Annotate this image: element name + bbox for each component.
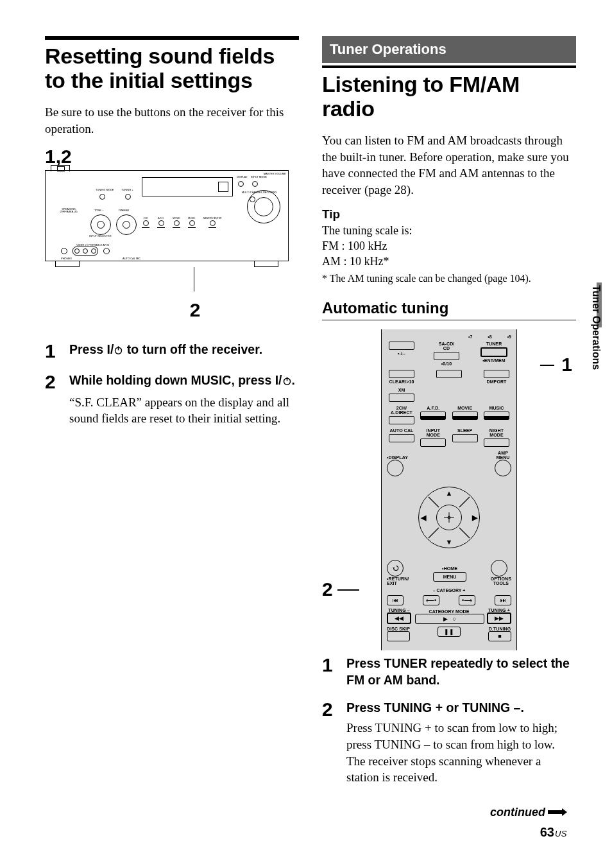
right-steps: 1 Press TUNER repeatedly to select the F…: [322, 655, 576, 786]
power-prefix: I/: [275, 373, 282, 387]
lbl-movie: MOVIE: [173, 217, 180, 220]
step-number: 2: [322, 700, 337, 786]
lbl-display-r: •DISPLAY: [387, 455, 408, 460]
remote-illustration: 1 2 •7 •8 •9 •-/-- SA-CD/ CD•0/10 TUNER•…: [322, 329, 576, 650]
btn-dmport: [484, 370, 509, 378]
remote-return-row: •RETURN/ EXIT •HOMEMENU OPTIONS TOOLS: [387, 560, 511, 586]
tip-footnote: * The AM tuning scale can be changed (pa…: [322, 272, 576, 286]
btn-blank: [389, 342, 414, 350]
btn-rew-dot: ⟵•: [423, 595, 439, 605]
btn-options-round: [491, 560, 507, 577]
btn-display-round: [387, 460, 404, 476]
lbl-sleep-r: SLEEP: [457, 428, 472, 433]
btn-next: ⏭: [495, 595, 511, 605]
svg-line-5: [459, 497, 470, 507]
power-icon: [282, 374, 292, 390]
btn-tuning-mode: [99, 194, 105, 200]
btn-menu: MENU: [433, 572, 466, 582]
lbl-tuner: TUNER: [486, 342, 502, 346]
lbl-display: DISPLAY: [237, 176, 248, 178]
btn-tuning-minus: ◀◀: [387, 612, 411, 624]
jack-phones: [61, 248, 67, 254]
jack-av-in: [72, 247, 98, 256]
side-tab: Tuner Operations: [585, 282, 602, 404]
master-volume-knob: [247, 190, 280, 223]
btn-2ch: [143, 220, 149, 226]
btn-inputmode-r: [420, 438, 446, 447]
step-lead-b: to turn off the receiver.: [123, 342, 262, 356]
right-step-1: 1 Press TUNER repeatedly to select the F…: [322, 655, 576, 688]
lbl-xm: XM: [398, 388, 405, 392]
remote-body: •7 •8 •9 •-/-- SA-CD/ CD•0/10 TUNER•ENT/…: [381, 329, 517, 650]
callout-line-2: [337, 589, 359, 591]
lbl-dash: •-/--: [398, 351, 405, 356]
lcd-indicator: [218, 182, 228, 192]
lbl-input-mode: INPUT MODE: [251, 176, 267, 178]
step-rest: “S.F. CLEAR” appears on the display and …: [69, 394, 299, 427]
knob-left-2: [116, 214, 137, 235]
btn-afd: [158, 220, 164, 226]
btn-sleep-r: [452, 434, 478, 442]
lbl-entmem: •ENT/MEM: [482, 358, 506, 363]
btn-music: [189, 220, 195, 226]
btn-tuner: [480, 347, 507, 357]
step-lead-a: Press: [69, 342, 107, 356]
page-number: 63US: [540, 825, 567, 840]
subheading: Automatic tuning: [322, 299, 576, 320]
lbl-clear: CLEAR/>10: [389, 379, 414, 384]
lbl-inputmode-r: INPUT MODE: [427, 428, 441, 437]
remote-top-row: •7 •8 •9: [387, 334, 511, 339]
btn-autocal-r: [389, 434, 414, 442]
return-icon: [391, 564, 400, 573]
tip-line-1: The tuning scale is:: [322, 223, 576, 238]
enter-icon: [444, 512, 454, 523]
btn-tuning-plus: ▶▶: [487, 612, 511, 624]
btn-blank2: [389, 370, 414, 378]
mode-button-row: 2CH A.F.D. MOVIE MUSIC MEMORY/ENTER: [142, 217, 222, 229]
btn-prev: ⏮: [387, 595, 404, 605]
lbl-input-selector: INPUT SELECTOR: [89, 235, 112, 238]
transport-row-1: ⏮ ⟵• •⟶ ⏭: [387, 595, 511, 605]
step-lead-a: While holding down MUSIC, press: [69, 373, 275, 387]
lbl-autocal: AUTO CAL MIC: [123, 257, 140, 260]
btn-movie: [174, 220, 180, 226]
receiver-callout-bottom: 2: [101, 299, 289, 321]
power-icon: [114, 343, 123, 359]
remote-row-input2: CLEAR/>10 DMPORT: [387, 370, 511, 384]
manual-page: Resetting sound fields to the initial se…: [0, 0, 612, 868]
step-number: 1: [322, 655, 337, 688]
dpad: ▲ ▼ ◀ ▶: [411, 479, 488, 556]
lbl-2ch: 2CH: [143, 217, 148, 220]
lbl-category: – CATEGORY +: [387, 588, 511, 593]
btn-blank3: [436, 370, 462, 378]
lbl-tuning-mode: TUNING MODE: [96, 189, 114, 191]
receiver-body: DISPLAY INPUT MODE MASTER VOLUME TUNING …: [45, 170, 289, 261]
step-number: 1: [45, 342, 60, 361]
lbl-dmport: DMPORT: [487, 379, 507, 384]
lbl-phones: PHONES: [61, 257, 72, 260]
lbl-home-r: •HOME: [433, 566, 466, 571]
lbl-afd-r: A.F.D.: [427, 406, 439, 410]
left-heading: Resetting sound fields to the initial se…: [45, 44, 299, 92]
lbl-disc-skip: DISC SKIP: [387, 627, 410, 631]
step-lead-b: .: [292, 373, 295, 387]
continued-text: continued: [490, 806, 545, 819]
lbl-2ch-adirect: 2CH/ A.DIRECT: [391, 406, 412, 415]
btn-stop: ■: [488, 631, 511, 641]
lbl-tone: TONE +: [94, 209, 104, 212]
lbl-memory: MEMORY/ENTER: [203, 217, 222, 220]
lbl-010: •0/10: [441, 361, 452, 366]
btn-input-mode: [252, 181, 258, 187]
lbl-master-volume: MASTER VOLUME: [264, 173, 286, 175]
lbl-cat-mode: CATEGORY MODE: [415, 609, 483, 614]
btn-2ch-adirect: [389, 416, 414, 424]
dot-8: •8: [488, 334, 491, 339]
page-num-suffix: US: [555, 829, 567, 838]
btn-display: [238, 181, 244, 187]
page-num-value: 63: [540, 825, 554, 839]
btn-tuning: [125, 194, 131, 200]
continued-label: continued: [490, 806, 567, 819]
btn-pause: ❚❚: [438, 627, 461, 637]
left-step-1: 1 Press I/ to turn off the receiver.: [45, 342, 299, 361]
lbl-dimmer: DIMMER: [119, 209, 129, 212]
